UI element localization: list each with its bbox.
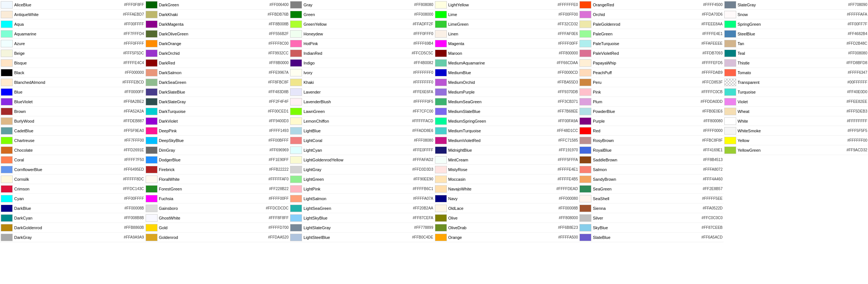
color-name-label: PaleVioletRed: [593, 51, 703, 56]
color-swatch: [579, 234, 591, 241]
color-hex-value: #FFFF4500: [703, 3, 722, 7]
color-row: DarkOliveGreen#FF556B2F: [145, 29, 290, 39]
color-hex-value: #FF800080: [703, 119, 722, 123]
color-row: Lime#FF00FF00: [434, 10, 579, 19]
color-row: ForestGreen#FF228B22: [145, 184, 290, 194]
color-row: DarkViolet#FF9400D3: [145, 116, 290, 126]
color-row: LemonChiffon#FFFFFACD: [289, 116, 434, 126]
color-name-label: Thistle: [738, 61, 846, 65]
color-hex-value: #FFFFFAFA: [847, 12, 867, 16]
color-row: Beige#FFF5F5DC: [0, 48, 145, 58]
color-swatch: [579, 79, 591, 86]
color-row: DarkGray#FFA9A9A9: [0, 233, 145, 242]
color-name-label: Salmon: [593, 167, 703, 172]
color-hex-value: #FF2F4F4F: [269, 100, 289, 104]
color-name-label: LightSlateGray: [304, 225, 414, 230]
color-hex-value: #FFFFEBCD: [122, 80, 144, 84]
color-name-label: Snow: [738, 12, 847, 17]
color-swatch: [1, 214, 13, 222]
color-name-label: Turquoise: [738, 90, 847, 94]
color-row: Peru#FFCD853F: [579, 78, 724, 87]
color-hex-value: #FFFFEFD5: [702, 61, 723, 65]
color-hex-value: #FF8B008B: [269, 22, 289, 26]
color-swatch: [146, 205, 158, 212]
color-hex-value: #FFFFA07A: [413, 196, 433, 201]
column-2: Gray#FF808080Green#FF008000GreenYellow#F…: [289, 0, 434, 242]
color-swatch: [1, 30, 13, 38]
color-hex-value: #FFFF00FF: [269, 196, 289, 201]
color-hex-value: #FF9932CC: [268, 51, 289, 55]
color-name-label: Yellow: [738, 138, 847, 143]
color-swatch: [146, 156, 158, 164]
color-name-label: SlateBlue: [593, 235, 701, 240]
color-hex-value: #FF3CB371: [558, 100, 578, 104]
color-swatch: [579, 166, 591, 173]
color-row: OldLace#FF00008B: [434, 203, 579, 213]
color-hex-value: #FFFFFAF0: [268, 177, 289, 181]
color-swatch: [1, 185, 13, 193]
color-row: LightBlue#FFADD8E6: [289, 126, 434, 136]
color-row: SpringGreen#FF00FF7F: [724, 19, 868, 29]
color-name-label: ForestGreen: [159, 187, 269, 191]
color-row: Aqua#FF00FFFF: [0, 19, 145, 29]
color-swatch: [435, 11, 447, 18]
color-swatch: [579, 11, 591, 18]
color-row: DodgerBlue#FF1E90FF: [145, 155, 290, 165]
color-swatch: [290, 195, 302, 202]
color-swatch: [146, 50, 158, 57]
color-swatch: [146, 214, 158, 222]
color-hex-value: #FF8B4513: [703, 158, 722, 162]
color-row: MediumSeaGreen#FF3CB371: [434, 97, 579, 107]
color-name-label: AntiqueWhite: [14, 12, 123, 17]
color-hex-value: #FF191970: [559, 148, 578, 152]
color-name-label: RosyBrown: [593, 138, 702, 143]
color-name-label: NavajoWhite: [448, 187, 557, 191]
color-row: Orchid#FFDA70D6: [579, 10, 724, 19]
color-name-label: Peru: [593, 80, 702, 85]
color-hex-value: #FFD8BFD8: [846, 61, 867, 65]
color-swatch: [579, 156, 591, 164]
color-swatch: [290, 205, 302, 212]
color-swatch: [1, 234, 13, 241]
color-row: Maroon#FF800000: [434, 48, 579, 58]
color-name-label: Black: [14, 70, 125, 75]
color-row: Gray#FF808080: [289, 0, 434, 10]
color-name-label: LavenderBlush: [304, 100, 413, 104]
color-name-label: Coral: [14, 158, 124, 162]
color-row: MediumSpringGreen#FF00FA9A: [434, 116, 579, 126]
color-row: LightSalmon#FFFFA07A: [289, 194, 434, 203]
color-row: Coral#FFFF7F50: [0, 155, 145, 165]
color-hex-value: #FFF0F8FF: [124, 3, 144, 7]
color-row: LightGray#FFD3D3D3: [289, 165, 434, 174]
color-swatch: [1, 205, 13, 212]
color-swatch: [435, 205, 447, 212]
color-hex-value: #FF9400D3: [269, 119, 289, 123]
color-name-label: DarkOrchid: [159, 51, 268, 56]
color-swatch: [1, 195, 13, 202]
color-name-label: Beige: [14, 51, 123, 56]
color-name-label: MediumSpringGreen: [448, 119, 558, 123]
color-name-label: Linen: [448, 32, 558, 36]
color-swatch: [146, 88, 158, 96]
color-name-label: LemonChiffon: [304, 119, 412, 123]
color-name-label: Red: [593, 129, 703, 133]
color-swatch: [146, 1, 158, 9]
color-name-label: Tomato: [738, 70, 848, 75]
color-hex-value: #FFFFE4E1: [702, 32, 722, 36]
color-hex-value: #FFB22222: [269, 167, 289, 171]
color-row: Magenta#FFFF00FF: [434, 39, 579, 48]
color-hex-value: #FFC0C0C0: [701, 216, 722, 220]
color-name-label: CornflowerBlue: [14, 167, 124, 172]
color-hex-value: #FF90EE90: [413, 177, 433, 181]
color-swatch: [1, 50, 13, 57]
color-name-label: DarkOliveGreen: [159, 32, 269, 36]
color-row: MediumPurple#FF9370DB: [434, 87, 579, 97]
color-row: IndianRed#FFCD5C5C: [289, 48, 434, 58]
color-swatch: [146, 11, 158, 18]
color-swatch: [1, 108, 13, 115]
color-name-label: Orchid: [593, 12, 702, 17]
color-name-label: DimGray: [159, 148, 270, 152]
column-0: AliceBlue#FFF0F8FFAntiqueWhite#FFFAEBD7A…: [0, 0, 145, 242]
color-swatch: [290, 20, 302, 28]
color-hex-value: #FFF5F5F5: [847, 129, 867, 133]
